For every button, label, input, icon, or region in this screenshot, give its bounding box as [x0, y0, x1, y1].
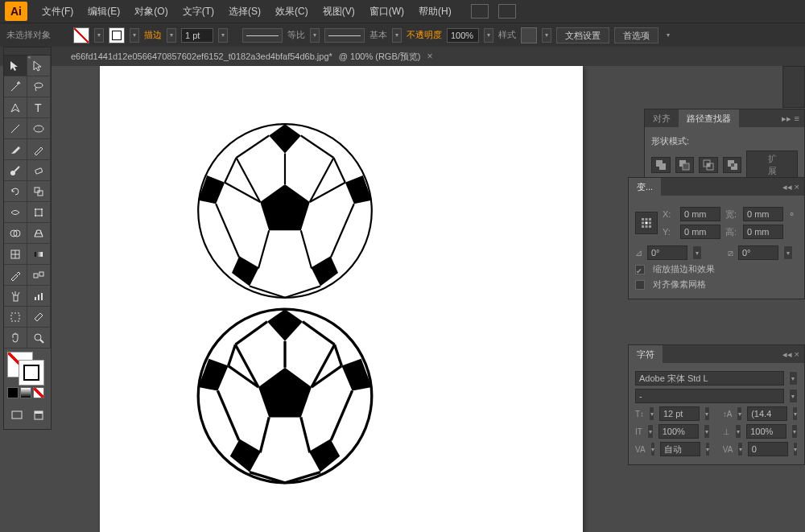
workspace-icon-2[interactable]: [498, 4, 516, 19]
soccer-ball-1[interactable]: [196, 122, 374, 299]
hscale-input[interactable]: [746, 424, 786, 439]
menu-window[interactable]: 窗口(W): [363, 2, 411, 22]
stroke-swatch[interactable]: [109, 27, 125, 43]
width-tool[interactable]: [4, 202, 27, 223]
panel-close-icon[interactable]: ◂◂ ×: [782, 182, 799, 192]
size-stepper[interactable]: [649, 406, 654, 421]
doc-setup-button[interactable]: 文档设置: [556, 27, 609, 43]
opacity-label[interactable]: 不透明度: [407, 29, 442, 41]
panel-close-icon[interactable]: ◂◂ ×: [782, 349, 799, 360]
exclude-button[interactable]: [723, 157, 742, 173]
workspace-icon-1[interactable]: [471, 4, 489, 19]
font-size-input[interactable]: [659, 406, 700, 421]
fill-stroke-swatches[interactable]: [4, 348, 51, 402]
tracking-dd[interactable]: [793, 442, 798, 456]
expand-button[interactable]: 扩展: [746, 151, 798, 179]
menu-select[interactable]: 选择(S): [222, 2, 267, 22]
kerning-stepper[interactable]: [650, 442, 655, 456]
font-style-dd[interactable]: [789, 389, 798, 403]
profile-dd[interactable]: [310, 28, 320, 43]
x-input[interactable]: [680, 207, 720, 221]
paintbrush-tool[interactable]: [4, 139, 27, 160]
unite-button[interactable]: [651, 157, 671, 173]
menu-type[interactable]: 文字(T): [176, 2, 221, 22]
menu-edit[interactable]: 编辑(E): [81, 2, 126, 22]
style-dd[interactable]: [542, 28, 551, 43]
intersect-button[interactable]: [699, 157, 718, 173]
tab-transform[interactable]: 变...: [629, 178, 661, 196]
leading-dd[interactable]: [792, 406, 798, 421]
color-mode-none[interactable]: [33, 387, 44, 398]
font-family-dd[interactable]: [789, 371, 798, 386]
scale-tool[interactable]: [27, 181, 51, 202]
kerning-input[interactable]: [660, 442, 700, 456]
pencil-tool[interactable]: [27, 139, 51, 160]
tracking-input[interactable]: [748, 442, 788, 456]
graph-tool[interactable]: [27, 286, 51, 307]
selection-tool[interactable]: [4, 56, 27, 76]
vscale-input[interactable]: [658, 424, 699, 439]
eyedropper-tool[interactable]: [4, 265, 27, 286]
hscale-dd[interactable]: [791, 424, 798, 439]
align-pixel-checkbox[interactable]: [635, 280, 645, 290]
angle-dd[interactable]: [692, 245, 702, 260]
stroke-color-swatch[interactable]: [19, 360, 44, 386]
document-tab[interactable]: e66fd1441d12e0566470857602ef6152_t0182a3…: [64, 47, 439, 66]
vscale-dd[interactable]: [704, 424, 710, 439]
magic-wand-tool[interactable]: [4, 76, 27, 97]
fill-dropdown[interactable]: [94, 28, 104, 43]
shape-builder-tool[interactable]: [4, 223, 27, 244]
pen-tool[interactable]: [4, 97, 27, 118]
brush-preview[interactable]: [324, 28, 365, 43]
gradient-tool[interactable]: [27, 244, 51, 265]
stroke-weight-stepper[interactable]: [167, 28, 176, 43]
angle-input[interactable]: [647, 245, 687, 260]
opacity-input[interactable]: [447, 28, 479, 43]
brush-dd[interactable]: [392, 28, 402, 43]
constrain-icon[interactable]: ⚬: [788, 209, 795, 220]
toolbox-grip[interactable]: [4, 47, 51, 56]
zoom-tool[interactable]: [27, 328, 51, 348]
font-family-input[interactable]: [635, 371, 784, 386]
rotate-tool[interactable]: [4, 181, 27, 202]
stroke-weight-input[interactable]: [181, 28, 213, 43]
minus-front-button[interactable]: [675, 157, 695, 173]
reference-point-selector[interactable]: [635, 212, 658, 234]
leading-input[interactable]: [747, 406, 787, 421]
font-style-input[interactable]: [635, 389, 784, 403]
leading-stepper[interactable]: [737, 406, 742, 421]
menu-object[interactable]: 对象(O): [128, 2, 174, 22]
free-transform-tool[interactable]: [27, 202, 51, 223]
shear-dd[interactable]: [783, 245, 793, 260]
menu-file[interactable]: 文件(F): [35, 2, 80, 22]
h-input[interactable]: [743, 225, 783, 239]
type-tool[interactable]: T: [27, 97, 51, 118]
panel-menu-icon[interactable]: ≡: [795, 113, 799, 124]
perspective-tool[interactable]: [27, 223, 51, 244]
artboard-tool[interactable]: [4, 307, 27, 328]
hand-tool[interactable]: [4, 328, 27, 348]
change-screen-mode[interactable]: [29, 405, 47, 426]
shear-input[interactable]: [738, 245, 778, 260]
scale-strokes-checkbox[interactable]: [635, 265, 645, 274]
opacity-dd[interactable]: [484, 28, 493, 43]
menu-effect[interactable]: 效果(C): [269, 2, 315, 22]
tab-align[interactable]: 对齐: [645, 109, 679, 128]
tab-character[interactable]: 字符: [629, 345, 663, 364]
mesh-tool[interactable]: [4, 244, 27, 265]
panel-dock-strip[interactable]: [782, 66, 805, 108]
kerning-dd[interactable]: [705, 442, 710, 456]
menu-view[interactable]: 视图(V): [316, 2, 361, 22]
ellipse-tool[interactable]: [27, 118, 51, 139]
style-swatch[interactable]: [521, 27, 537, 43]
w-input[interactable]: [743, 207, 783, 221]
line-tool[interactable]: [4, 118, 27, 139]
tab-pathfinder[interactable]: 路径查找器: [679, 109, 739, 128]
stroke-profile-preview[interactable]: [242, 28, 283, 43]
lasso-tool[interactable]: [27, 76, 51, 97]
size-dd[interactable]: [704, 406, 710, 421]
direct-selection-tool[interactable]: [27, 56, 51, 76]
symbol-sprayer-tool[interactable]: [4, 286, 27, 307]
soccer-ball-2[interactable]: [196, 307, 374, 485]
y-input[interactable]: [680, 225, 720, 239]
